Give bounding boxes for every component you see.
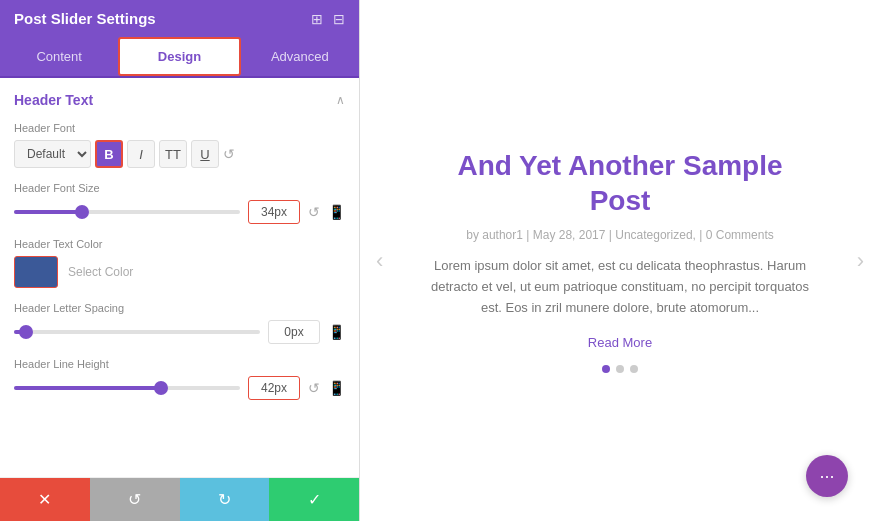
split-icon[interactable]: ⊟ [333, 11, 345, 27]
dots-container [430, 365, 810, 373]
fab-button[interactable]: ··· [806, 455, 848, 497]
line-height-input-wrap [248, 376, 300, 400]
header-letter-spacing-label: Header Letter Spacing [14, 302, 345, 314]
tab-content[interactable]: Content [0, 37, 118, 76]
font-size-slider-fill [14, 210, 82, 214]
section-title: Header Text [14, 92, 93, 108]
slide-body: Lorem ipsum dolor sit amet, est cu delic… [430, 256, 810, 318]
color-row: Select Color [14, 256, 345, 288]
tab-design[interactable]: Design [118, 37, 240, 76]
right-panel: ‹ And Yet Another Sample Post by author1… [360, 0, 880, 521]
line-height-mobile-icon: 📱 [328, 380, 345, 396]
tt-button[interactable]: TT [159, 140, 187, 168]
underline-button[interactable]: U [191, 140, 219, 168]
section-header-header-text: Header Text ∧ [14, 92, 345, 108]
header-icons: ⊞ ⊟ [311, 11, 345, 27]
slide-content: And Yet Another Sample Post by author1 |… [430, 148, 810, 372]
letter-spacing-slider-thumb[interactable] [19, 325, 33, 339]
line-height-reset-button[interactable]: ↺ [308, 380, 320, 396]
line-height-slider-fill [14, 386, 161, 390]
panel-footer: ✕ ↺ ↻ ✓ [0, 477, 359, 521]
redo-button[interactable]: ↻ [180, 478, 270, 521]
letter-spacing-input[interactable] [268, 320, 320, 344]
tab-advanced[interactable]: Advanced [241, 37, 359, 76]
letter-spacing-input-wrap [268, 320, 320, 344]
tabs-bar: Content Design Advanced [0, 37, 359, 78]
line-height-slider-thumb[interactable] [154, 381, 168, 395]
bold-button[interactable]: B [95, 140, 123, 168]
header-text-color-label: Header Text Color [14, 238, 345, 250]
font-controls: Default B I TT U ↺ [14, 140, 345, 168]
prev-arrow[interactable]: ‹ [376, 248, 383, 274]
font-select[interactable]: Default [14, 140, 91, 168]
header-font-size-label: Header Font Size [14, 182, 345, 194]
header-line-height-label: Header Line Height [14, 358, 345, 370]
read-more-link[interactable]: Read More [588, 335, 652, 350]
fullscreen-icon[interactable]: ⊞ [311, 11, 323, 27]
field-header-line-height: Header Line Height ↺ 📱 [14, 358, 345, 400]
letter-spacing-row: 📱 [14, 320, 345, 344]
mobile-icon: 📱 [328, 204, 345, 220]
save-button[interactable]: ✓ [269, 478, 359, 521]
letter-spacing-mobile-icon: 📱 [328, 324, 345, 340]
collapse-icon[interactable]: ∧ [336, 93, 345, 107]
dot-2[interactable] [616, 365, 624, 373]
panel-header: Post Slider Settings ⊞ ⊟ [0, 0, 359, 37]
field-header-text-color: Header Text Color Select Color [14, 238, 345, 288]
letter-spacing-slider-track[interactable] [14, 330, 260, 334]
field-header-font-size: Header Font Size ↺ 📱 [14, 182, 345, 224]
panel-title: Post Slider Settings [14, 10, 156, 27]
line-height-row: ↺ 📱 [14, 376, 345, 400]
left-panel: Post Slider Settings ⊞ ⊟ Content Design … [0, 0, 360, 521]
cancel-button[interactable]: ✕ [0, 478, 90, 521]
reset-button[interactable]: ↺ [90, 478, 180, 521]
main-container: Post Slider Settings ⊞ ⊟ Content Design … [0, 0, 880, 521]
header-font-label: Header Font [14, 122, 345, 134]
next-arrow[interactable]: › [857, 248, 864, 274]
color-select-label[interactable]: Select Color [68, 265, 133, 279]
font-reset-button[interactable]: ↺ [223, 146, 235, 162]
font-size-reset-button[interactable]: ↺ [308, 204, 320, 220]
font-size-input-wrap [248, 200, 300, 224]
font-size-input[interactable] [248, 200, 300, 224]
line-height-slider-track[interactable] [14, 386, 240, 390]
font-size-slider-thumb[interactable] [75, 205, 89, 219]
slide-title: And Yet Another Sample Post [430, 148, 810, 218]
field-header-font: Header Font Default B I TT U ↺ [14, 122, 345, 168]
color-swatch[interactable] [14, 256, 58, 288]
italic-button[interactable]: I [127, 140, 155, 168]
panel-content: Header Text ∧ Header Font Default B I TT… [0, 78, 359, 477]
font-size-row: ↺ 📱 [14, 200, 345, 224]
font-size-slider-track[interactable] [14, 210, 240, 214]
dot-1[interactable] [602, 365, 610, 373]
dot-3[interactable] [630, 365, 638, 373]
slide-meta: by author1 | May 28, 2017 | Uncategorize… [430, 228, 810, 242]
line-height-input[interactable] [248, 376, 300, 400]
field-header-letter-spacing: Header Letter Spacing 📱 [14, 302, 345, 344]
